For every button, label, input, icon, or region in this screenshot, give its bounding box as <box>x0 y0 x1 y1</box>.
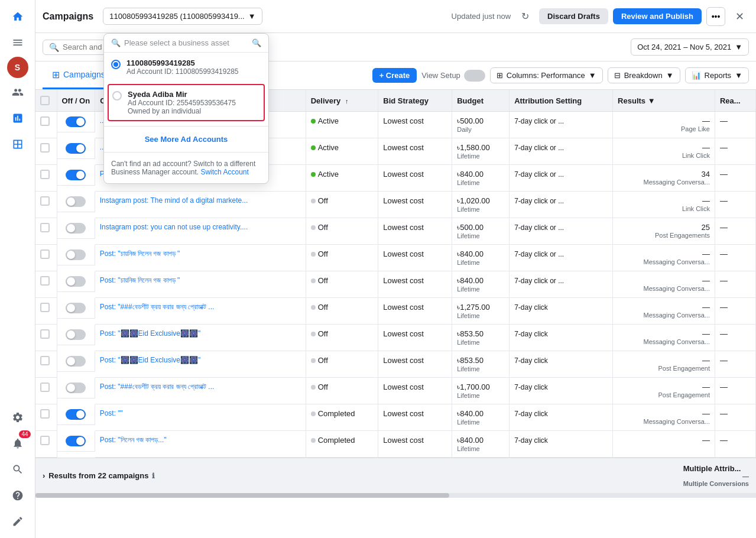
close-button[interactable]: ✕ <box>730 7 749 26</box>
campaign-toggle[interactable] <box>66 276 86 287</box>
campaign-toggle[interactable] <box>66 303 86 313</box>
budget-amount: ৳500.00 <box>457 223 504 232</box>
row-checkbox[interactable] <box>40 436 50 445</box>
budget-period: Lifetime <box>457 179 504 186</box>
budget-period: Lifetime <box>457 259 504 266</box>
horizontal-scrollbar[interactable] <box>35 493 756 498</box>
row-checkbox[interactable] <box>40 356 50 365</box>
create-button[interactable]: + Create <box>372 68 417 83</box>
row-checkbox[interactable] <box>40 329 50 339</box>
select-all-checkbox[interactable] <box>40 96 50 105</box>
row-checkbox[interactable] <box>40 196 50 206</box>
nav-table-icon[interactable] <box>6 132 30 156</box>
budget-period: Lifetime <box>457 206 504 213</box>
sort-icon: ↑ <box>345 98 349 105</box>
campaign-toggle[interactable] <box>66 409 86 420</box>
header-delivery[interactable]: Delivery ↑ <box>306 90 378 112</box>
campaign-link[interactable]: Instagram post: you can not use up creat… <box>100 223 271 231</box>
budget-amount: ৳1,700.00 <box>457 383 504 392</box>
table-row: Post: "🎆🎆Eid Exclusive🎆🎆" Off Lowest cos… <box>35 325 756 351</box>
campaign-toggle[interactable] <box>66 143 86 154</box>
nav-help-icon[interactable] <box>6 484 30 507</box>
dropdown-item-2[interactable]: Syeda Adiba Mir Ad Account ID: 255459539… <box>108 84 265 121</box>
campaign-toggle[interactable] <box>66 116 86 127</box>
results-footer[interactable]: › Results from 22 campaigns ℹ Multiple A… <box>35 458 756 493</box>
nav-menu-icon[interactable] <box>6 31 30 54</box>
campaign-toggle[interactable] <box>66 383 86 393</box>
see-more-accounts-button[interactable]: See More Ad Accounts <box>104 129 268 150</box>
nav-compose-icon[interactable] <box>6 510 30 533</box>
campaign-link[interactable]: Post: "###বেডশীট ক্রয় করার জন্য প্রোডাক… <box>100 383 271 391</box>
row-checkbox[interactable] <box>40 116 50 126</box>
row-delivery: Completed <box>306 431 378 458</box>
row-checkbox-cell <box>35 404 57 431</box>
dropdown-search-input[interactable] <box>124 38 248 47</box>
campaign-toggle[interactable] <box>66 249 86 260</box>
row-checkbox[interactable] <box>40 143 50 153</box>
more-options-button[interactable]: ••• <box>706 7 725 26</box>
delivery-status: Active <box>318 170 339 179</box>
row-bid-strategy: Lowest cost <box>378 431 452 458</box>
view-setup-toggle[interactable] <box>464 70 485 82</box>
row-checkbox[interactable] <box>40 276 50 286</box>
row-reach: — <box>715 218 755 245</box>
row-campaign-name: Instagram post: The mind of a digital ma… <box>95 192 306 218</box>
date-chevron-icon: ▼ <box>735 43 742 51</box>
delivery-status: Off <box>318 196 328 205</box>
row-checkbox[interactable] <box>40 303 50 312</box>
refresh-button[interactable]: ↻ <box>515 7 534 26</box>
nav-people-icon[interactable] <box>6 80 30 104</box>
campaign-toggle[interactable] <box>66 196 86 207</box>
nav-bell-icon[interactable]: 44 <box>6 432 30 455</box>
nav-search-icon[interactable] <box>6 458 30 481</box>
row-checkbox-cell <box>35 298 57 325</box>
campaign-link[interactable]: Post: "🎆🎆Eid Exclusive🎆🎆" <box>100 329 271 338</box>
row-checkbox[interactable] <box>40 249 50 259</box>
campaign-toggle[interactable] <box>66 170 86 180</box>
delivery-cell: Completed <box>311 436 374 445</box>
table-row: Post: "🎆🎆Eid Exclusive🎆🎆" Off Lowest cos… <box>35 351 756 378</box>
row-checkbox[interactable] <box>40 170 50 179</box>
delivery-cell: Off <box>311 249 374 258</box>
campaign-link[interactable]: Instagram post: The mind of a digital ma… <box>100 196 271 205</box>
updated-text: Updated just now <box>452 12 511 21</box>
account-selector[interactable]: 1100805993419285 (1100805993419... ▼ <box>103 8 262 25</box>
nav-avatar[interactable]: S <box>7 57 28 78</box>
campaign-link[interactable]: Post: "চায়নিজ লিলেন গজ কাপড় " <box>100 276 271 284</box>
campaign-toggle[interactable] <box>66 436 86 446</box>
breakdown-button[interactable]: ⊟ Breakdown ▼ <box>608 67 680 83</box>
toggle-knob <box>67 277 75 286</box>
review-publish-button[interactable]: Review and Publish <box>613 8 702 24</box>
campaign-link[interactable]: Post: "🎆🎆Eid Exclusive🎆🎆" <box>100 356 271 364</box>
nav-chart-icon[interactable] <box>6 106 30 130</box>
campaign-link[interactable]: Post: "" <box>100 409 271 417</box>
row-bid-strategy: Lowest cost <box>378 298 452 325</box>
campaign-toggle[interactable] <box>66 329 86 340</box>
budget-amount: ৳853.50 <box>457 356 504 365</box>
columns-button[interactable]: ⊞ Columns: Performance ▼ <box>490 67 603 83</box>
footer-attribution-text: Multiple Attrib... <box>683 464 741 473</box>
date-selector[interactable]: Oct 24, 2021 – Nov 5, 2021 ▼ <box>631 38 749 56</box>
discard-drafts-button[interactable]: Discard Drafts <box>539 8 608 24</box>
dropdown-item-1[interactable]: 1100805993419285 Ad Account ID: 11008059… <box>104 53 268 82</box>
result-type: Link Click <box>618 152 710 159</box>
campaign-link[interactable]: Post: "চায়নিজ লিলেন গজ কাপড় " <box>100 249 271 258</box>
header-budget: Budget <box>452 90 510 112</box>
nav-settings-icon[interactable] <box>6 406 30 429</box>
row-result: 25 Post Engagements <box>613 218 715 245</box>
reports-button[interactable]: 📊 Reports ▼ <box>685 67 749 83</box>
nav-home-icon[interactable] <box>6 5 30 28</box>
campaign-link[interactable]: Post: "###বেডশীট ক্রয় করার জন্য প্রোডাক… <box>100 303 271 311</box>
row-checkbox[interactable] <box>40 223 50 232</box>
row-checkbox[interactable] <box>40 409 50 419</box>
campaign-toggle[interactable] <box>66 223 86 234</box>
row-delivery: Off <box>306 378 378 404</box>
scrollbar-thumb[interactable] <box>35 493 449 498</box>
row-toggle-cell <box>57 298 95 319</box>
campaign-toggle[interactable] <box>66 356 86 367</box>
row-result: — Link Click <box>613 138 715 165</box>
results-filter-icon[interactable]: ▼ <box>648 96 656 105</box>
row-checkbox[interactable] <box>40 383 50 392</box>
campaign-link[interactable]: Post: "লিলেন গজ কাপড়..." <box>100 436 271 444</box>
switch-account-link[interactable]: Switch Account <box>200 168 248 176</box>
